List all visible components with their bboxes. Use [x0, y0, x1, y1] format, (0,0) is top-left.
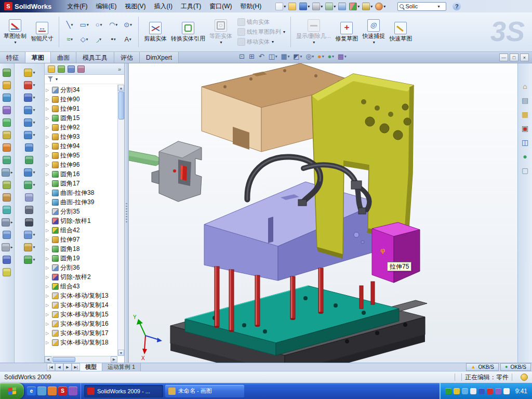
feature-tree-item[interactable]: ▷ 圆角18 — [46, 244, 124, 254]
repair-sketch-button[interactable]: 修复草图 — [334, 21, 360, 44]
plane-tool-icon[interactable] — [25, 193, 34, 202]
paint-launch-icon[interactable] — [69, 387, 77, 395]
undo-icon[interactable]: ▾ — [325, 2, 336, 11]
expand-arrow-icon[interactable]: ▷ — [46, 153, 50, 158]
feature-tree-item[interactable]: ▷ 切除-放样2 — [46, 272, 124, 282]
swept-boss-icon[interactable] — [3, 94, 12, 102]
dropdown-arrow-icon[interactable]: ▾ — [373, 40, 375, 45]
smart-dimension-flyout-icon[interactable]: ▾ — [24, 81, 35, 89]
propertymanager-tab-icon[interactable] — [58, 65, 65, 73]
mirror-entities-button[interactable]: 镜向实体 — [236, 18, 287, 26]
instant3d-icon[interactable] — [3, 268, 12, 276]
lofted-boss-icon[interactable] — [3, 106, 12, 114]
ellipse-tool-icon[interactable]: ▾ — [24, 168, 35, 177]
apply-scene-icon[interactable]: ● ▾ — [327, 53, 334, 60]
part-cavity-block[interactable] — [204, 182, 391, 281]
new-document-icon[interactable]: ▾ — [275, 2, 286, 11]
save-icon[interactable]: ▾ — [299, 2, 310, 11]
dropdown-arrow-icon[interactable]: ▾ — [129, 37, 131, 42]
expand-arrow-icon[interactable]: ▷ — [46, 331, 50, 336]
dropdown-arrow-icon[interactable]: ▾ — [284, 4, 286, 9]
expand-arrow-icon[interactable]: ▷ — [46, 116, 50, 121]
dropdown-arrow-icon[interactable]: ▾ — [313, 40, 315, 45]
dropdown-arrow-icon[interactable]: ▾ — [322, 55, 324, 59]
expand-arrow-icon[interactable]: ▷ — [46, 191, 50, 195]
tray-security-icon[interactable] — [487, 388, 493, 394]
filter-icon[interactable] — [48, 76, 54, 82]
smart-dimension-button[interactable]: 智能尺寸 — [29, 21, 55, 44]
command-tab[interactable]: DimXpert — [140, 52, 179, 63]
help-button[interactable]: ? — [453, 2, 461, 10]
dropdown-arrow-icon[interactable]: ▾ — [220, 40, 222, 45]
assembly-model[interactable]: φ Y X — [129, 63, 517, 363]
feature-tree-item[interactable]: ▷ 组合43 — [46, 282, 124, 291]
dropdown-arrow-icon[interactable]: ▾ — [288, 55, 290, 59]
convert-entities-button[interactable]: 转换实体引用 — [169, 21, 207, 44]
offset-tool-icon[interactable]: ▾ — [24, 243, 35, 251]
tray-network-icon[interactable] — [462, 388, 468, 394]
expand-arrow-icon[interactable]: ▷ — [46, 237, 50, 242]
expand-arrow-icon[interactable]: ▷ — [46, 294, 50, 298]
media-player-icon[interactable] — [48, 387, 57, 395]
design-library-icon[interactable]: ▤ — [522, 96, 528, 104]
extruded-cut-icon[interactable] — [3, 118, 12, 127]
flyout-arrow-icon[interactable]: ▾ — [33, 258, 35, 262]
redo-icon[interactable] — [338, 2, 347, 11]
ellipse-icon[interactable]: ⊙ ▾ — [121, 18, 135, 32]
show-desktop-icon[interactable] — [37, 387, 46, 395]
expand-arrow-icon[interactable]: ▷ — [46, 219, 50, 223]
flyout-arrow-icon[interactable]: ▾ — [33, 183, 35, 187]
revolved-boss-icon[interactable] — [3, 81, 12, 89]
scroll-up-icon[interactable]: ▲ — [118, 85, 124, 91]
dropdown-arrow-icon[interactable]: ▾ — [357, 4, 360, 9]
tree-vertical-scrollbar[interactable]: ▲ ▼ — [117, 85, 124, 356]
command-tab[interactable]: 模具工具 — [76, 52, 114, 63]
solidworks-resources-icon[interactable]: ⌂ — [523, 82, 527, 90]
linear-pattern-icon[interactable]: ▸ — [2, 218, 13, 227]
scroll-down-icon[interactable]: ▼ — [118, 350, 124, 356]
feature-tree-item[interactable]: ▷ 分割36 — [46, 263, 124, 272]
feature-tree-item[interactable]: ▷ 拉伸94 — [46, 141, 124, 151]
expand-arrow-icon[interactable]: ▷ — [46, 303, 50, 308]
dropdown-arrow-icon[interactable]: ▾ — [71, 23, 73, 27]
feature-tree-item[interactable]: ▷ 拉伸95 — [46, 151, 124, 160]
scrollbar-thumb[interactable] — [118, 91, 124, 119]
hide-show-items-icon[interactable]: ◎ ▾ — [305, 53, 314, 60]
arc-icon[interactable]: ◠ ▾ — [107, 18, 120, 32]
dropdown-arrow-icon[interactable]: ▾ — [71, 37, 73, 42]
scroll-right-icon[interactable]: ▶ — [111, 356, 117, 363]
flyout-arrow-icon[interactable]: ▾ — [33, 108, 35, 112]
dropdown-arrow-icon[interactable]: ▾ — [383, 4, 385, 9]
feature-tree-item[interactable]: ▷ 实体-移动/复制17 — [46, 328, 124, 338]
flyout-arrow-icon[interactable]: ▾ — [33, 121, 35, 125]
print-icon[interactable]: ▾ — [312, 2, 323, 11]
flyout-arrow-icon[interactable]: ▸ — [11, 170, 13, 175]
menu-item[interactable]: 窗口(W) — [205, 1, 236, 12]
feature-tree-item[interactable]: ▷ 拉伸91 — [46, 104, 124, 113]
expand-arrow-icon[interactable]: ▷ — [46, 275, 50, 280]
display-style-icon[interactable]: ◩ ▾ — [293, 53, 302, 60]
expand-arrow-icon[interactable]: ▷ — [46, 256, 50, 261]
expand-arrow-icon[interactable]: ▷ — [46, 135, 50, 139]
command-tab[interactable]: 特征 — [0, 52, 25, 63]
dimxpertmanager-tab-icon[interactable] — [77, 65, 85, 73]
reference-plane-icon[interactable]: ▸ — [2, 243, 13, 251]
tray-antivirus-icon[interactable] — [445, 388, 451, 394]
taskbar-task[interactable]: SolidWorks 2009 - ... — [84, 385, 163, 397]
expand-arrow-icon[interactable]: ▷ — [46, 88, 50, 92]
feature-tree-item[interactable]: ▷ 实体-移动/复制13 — [46, 291, 124, 300]
dropdown-arrow-icon[interactable]: ▾ — [275, 55, 277, 59]
tray-volume-icon[interactable] — [470, 388, 476, 394]
arc-tool-icon[interactable]: ▾ — [24, 131, 35, 139]
expand-arrow-icon[interactable]: ▷ — [46, 312, 50, 317]
view-settings-icon[interactable]: ▩ ▾ — [338, 53, 347, 60]
line-icon[interactable]: ╲ ▾ — [63, 18, 76, 32]
expand-arrow-icon[interactable]: ▷ — [46, 97, 50, 102]
dropdown-arrow-icon[interactable]: ▾ — [283, 30, 285, 34]
model-tab[interactable]: 模型 — [80, 363, 102, 371]
sketch-fillet-icon[interactable]: ◞ ▾ — [92, 33, 105, 46]
dropdown-arrow-icon[interactable]: ▾ — [332, 55, 334, 59]
expand-arrow-icon[interactable]: ▷ — [46, 172, 50, 177]
command-tab[interactable]: 曲面 — [51, 52, 76, 63]
feature-tree-item[interactable]: ▷ 曲面-拉伸38 — [46, 188, 124, 197]
